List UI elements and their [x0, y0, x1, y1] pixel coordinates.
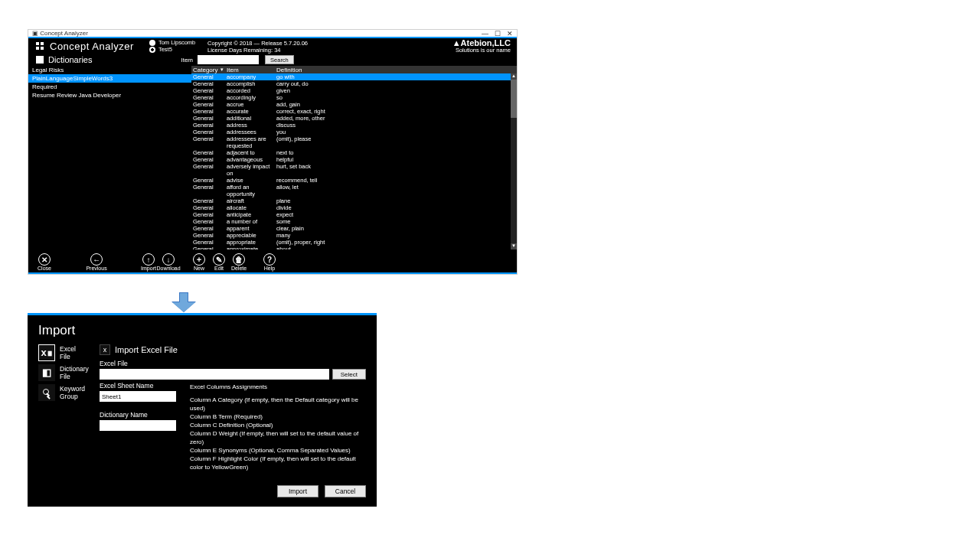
- min-button[interactable]: —: [482, 30, 488, 37]
- close-button[interactable]: ✕: [507, 30, 513, 37]
- table-row[interactable]: Generaladvantageoushelpful: [191, 156, 511, 163]
- dialog-title: Import: [38, 323, 366, 338]
- sheet-label: Excel Sheet Name: [100, 382, 176, 390]
- delete-button[interactable]: 🗑Delete: [229, 253, 249, 271]
- cube-icon: [36, 56, 44, 64]
- excel-file-label: Excel File: [100, 360, 366, 367]
- excel-file-input[interactable]: [100, 369, 329, 380]
- table-row[interactable]: Generaladdresseesyou: [191, 129, 511, 135]
- user-block: Tom Lipscomb Test5: [149, 39, 195, 53]
- gear-icon: [149, 47, 155, 53]
- table-row[interactable]: Generaladviserecommend, tell: [191, 177, 511, 184]
- column-assignments: Excel Columns Assignments Column A Categ…: [190, 380, 366, 471]
- item-label: Item: [181, 57, 193, 64]
- table-row[interactable]: Generala number ofsome: [191, 218, 511, 225]
- section-title: Dictionaries: [48, 55, 92, 64]
- window-titlebar: ▣ Concept Analyzer — ☐ ✕: [28, 30, 517, 37]
- table-header[interactable]: Category ▾ Item Definition: [191, 66, 517, 73]
- new-button[interactable]: ＋New: [189, 253, 209, 271]
- copyright-block: Copyright © 2018 — Release 5.7.20.06 Lic…: [207, 40, 308, 54]
- table-row[interactable]: Generalappreciablemany: [191, 232, 511, 239]
- import-button[interactable]: ↑Import: [139, 253, 158, 271]
- table-row[interactable]: Generalapproximateabout: [191, 246, 511, 249]
- dict-name-input[interactable]: [100, 420, 176, 431]
- dict-name-label: Dictionary Name: [100, 411, 176, 419]
- table-row[interactable]: Generalaccordedgiven: [191, 87, 511, 94]
- table-row[interactable]: Generalafford an opportunityallow, let: [191, 184, 511, 197]
- tile-dictionary[interactable]: ◧DictionaryFile: [38, 364, 100, 381]
- brand-title: Concept Analyzer: [50, 41, 134, 52]
- flow-arrow-icon: [172, 292, 195, 314]
- list-item[interactable]: PlainLanguageSimpleWords3: [28, 74, 191, 83]
- user-icon: [149, 40, 155, 46]
- help-button[interactable]: ?Help: [260, 253, 279, 271]
- table-row[interactable]: Generaladdressdiscuss: [191, 122, 511, 129]
- company-block: ▲Atebion,LLC Solutions is our name: [452, 40, 511, 54]
- main-window: ▣ Concept Analyzer — ☐ ✕ Concept Analyze…: [28, 29, 518, 275]
- table-row[interactable]: Generalaccomplishcarry out, do: [191, 80, 511, 87]
- terms-table: Category ▾ Item Definition Generalaccomp…: [191, 66, 517, 249]
- sub-header: Dictionaries Item Search: [28, 54, 517, 66]
- previous-button[interactable]: ←Previous: [87, 253, 106, 271]
- import-button[interactable]: Import: [277, 485, 318, 497]
- max-button[interactable]: ☐: [495, 30, 501, 37]
- key-icon: [41, 387, 52, 398]
- close-button[interactable]: ✕Close: [34, 253, 54, 271]
- table-row[interactable]: Generaladjacent tonext to: [191, 149, 511, 156]
- list-item[interactable]: Legal Risks: [28, 66, 191, 74]
- table-row[interactable]: Generalappropriate(omit), proper, right: [191, 239, 511, 246]
- table-row[interactable]: Generalaccrueadd, gain: [191, 101, 511, 108]
- edit-button[interactable]: ✎Edit: [209, 253, 229, 271]
- dictionary-list[interactable]: Legal RisksPlainLanguageSimpleWords3Requ…: [28, 66, 191, 249]
- search-button[interactable]: Search: [265, 55, 294, 64]
- search-input[interactable]: [198, 55, 259, 64]
- list-item[interactable]: Resume Review Java Developer: [28, 91, 191, 99]
- list-item[interactable]: Required: [28, 83, 191, 91]
- table-row[interactable]: Generaladdressees are requested(omit), p…: [191, 135, 511, 149]
- select-button[interactable]: Select: [332, 369, 366, 380]
- brand-icon: [34, 41, 45, 51]
- tile-keyword[interactable]: KeywordGroup: [38, 384, 100, 401]
- bottom-toolbar: ✕Close←Previous↑Import↓Download＋New✎Edit…: [28, 249, 517, 272]
- scroll-thumb[interactable]: [511, 80, 517, 118]
- import-type-tiles: x∎ExcelFile◧DictionaryFileKeywordGroup: [38, 344, 100, 497]
- window-title: Concept Analyzer: [40, 30, 88, 37]
- table-row[interactable]: Generalaccordinglyso: [191, 94, 511, 101]
- import-dialog: Import x∎ExcelFile◧DictionaryFileKeyword…: [28, 313, 377, 507]
- cancel-button[interactable]: Cancel: [325, 485, 366, 497]
- table-row[interactable]: Generalapparentclear, plain: [191, 225, 511, 232]
- table-row[interactable]: Generaladditionaladded, more, other: [191, 115, 511, 122]
- table-row[interactable]: Generalaccompanygo with: [191, 73, 511, 80]
- table-row[interactable]: Generalanticipateexpect: [191, 211, 511, 218]
- table-row[interactable]: Generalallocatedivide: [191, 204, 511, 211]
- tile-excel[interactable]: x∎ExcelFile: [38, 344, 100, 361]
- app-header: Concept Analyzer Tom Lipscomb Test5 Copy…: [28, 38, 517, 54]
- table-row[interactable]: Generalaccuratecorrect, exact, right: [191, 108, 511, 115]
- panel-title: Import Excel File: [115, 345, 178, 354]
- table-row[interactable]: Generaladversely impact onhurt, set back: [191, 163, 511, 177]
- sheet-input[interactable]: [100, 391, 176, 402]
- download-button[interactable]: ↓Download: [158, 253, 178, 271]
- excel-icon: x: [100, 344, 110, 355]
- table-row[interactable]: Generalaircraftplane: [191, 197, 511, 204]
- scrollbar[interactable]: ▲ ▼: [511, 73, 517, 249]
- scroll-up-icon[interactable]: ▲: [511, 73, 517, 80]
- scroll-down-icon[interactable]: ▼: [511, 243, 517, 249]
